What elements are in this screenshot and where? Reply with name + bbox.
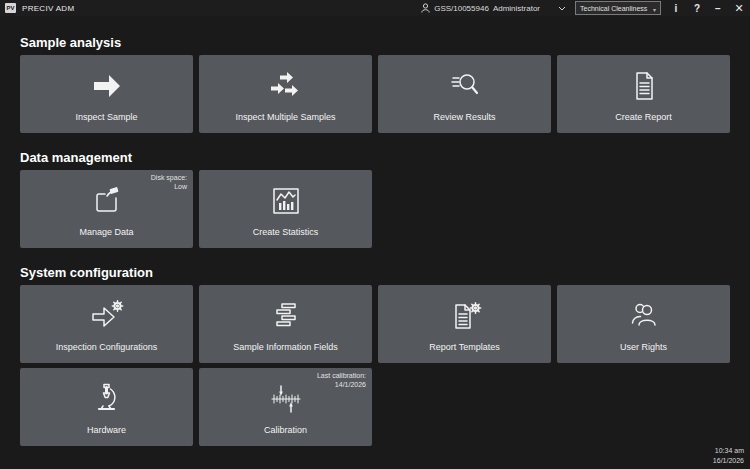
statistics-chart-icon (199, 183, 372, 219)
clock: 10:34 am 16/1/2026 (713, 446, 744, 466)
user-role: Administrator (493, 4, 540, 13)
clock-time: 10:34 am (713, 446, 744, 456)
users-icon (557, 298, 730, 334)
tile-inspect-multiple-samples[interactable]: Inspect Multiple Samples (199, 55, 372, 133)
tile-calibration[interactable]: Last calibration: 14/1/2026 (199, 368, 372, 446)
user-id: GSS/10055946 (434, 4, 489, 13)
tile-label: Report Templates (378, 342, 551, 352)
form-fields-icon (199, 298, 372, 334)
tile-sample-information-fields[interactable]: Sample Information Fields (199, 285, 372, 363)
multi-arrows-icon (199, 68, 372, 104)
system-configuration-grid: Inspection Configurations Sample Informa… (20, 285, 730, 446)
user-icon (421, 3, 430, 13)
tile-label: Calibration (199, 425, 372, 435)
info-button[interactable]: i (670, 3, 682, 14)
arrow-gear-icon (20, 298, 193, 334)
tile-label: Review Results (378, 112, 551, 122)
mode-dropdown-value: Technical Cleanliness (580, 5, 647, 12)
app-logo-icon: PV (5, 3, 16, 13)
report-document-icon (557, 68, 730, 104)
tile-user-rights[interactable]: User Rights (557, 285, 730, 363)
tile-inspection-configurations[interactable]: Inspection Configurations (20, 285, 193, 363)
data-management-grid: Disk space: Low Manage Data (20, 170, 730, 248)
tile-label: Inspect Sample (20, 112, 193, 122)
document-gear-icon (378, 298, 551, 334)
microscope-icon (20, 381, 193, 417)
arrow-right-icon (20, 68, 193, 104)
calibration-scale-icon (199, 381, 372, 417)
tile-hardware[interactable]: Hardware (20, 368, 193, 446)
sample-analysis-grid: Inspect Sample Inspect Multiple Samples (20, 55, 730, 133)
tile-label: Hardware (20, 425, 193, 435)
section-title-sample-analysis: Sample analysis (20, 16, 730, 50)
drag-hand-icon (20, 183, 193, 219)
tile-label: Inspection Configurations (20, 342, 193, 352)
dropdown-arrow-icon: ▾ (653, 6, 656, 14)
tile-label: Manage Data (20, 227, 193, 237)
section-title-data-management: Data management (20, 133, 730, 165)
tile-report-templates[interactable]: Report Templates (378, 285, 551, 363)
mode-dropdown[interactable]: Technical Cleanliness ▾ (575, 1, 661, 15)
tile-label: Sample Information Fields (199, 342, 372, 352)
tile-label: Inspect Multiple Samples (199, 112, 372, 122)
tile-create-statistics[interactable]: Create Statistics (199, 170, 372, 248)
titlebar: PV PRECIV ADM GSS/10055946 Administrator… (0, 0, 750, 16)
search-results-icon (378, 68, 551, 104)
close-button[interactable]: ✕ (733, 2, 745, 15)
section-title-system-configuration: System configuration (20, 248, 730, 280)
tile-manage-data[interactable]: Disk space: Low Manage Data (20, 170, 193, 248)
clock-date: 16/1/2026 (713, 456, 744, 466)
tile-inspect-sample[interactable]: Inspect Sample (20, 55, 193, 133)
tile-review-results[interactable]: Review Results (378, 55, 551, 133)
user-menu[interactable]: GSS/10055946 Administrator (421, 3, 566, 13)
tile-label: Create Report (557, 112, 730, 122)
minimize-button[interactable]: − (712, 3, 724, 14)
app-title: PRECIV ADM (22, 4, 74, 13)
chevron-down-icon (558, 6, 566, 11)
help-button[interactable]: ? (691, 3, 703, 14)
tile-label: User Rights (557, 342, 730, 352)
tile-create-report[interactable]: Create Report (557, 55, 730, 133)
tile-label: Create Statistics (199, 227, 372, 237)
